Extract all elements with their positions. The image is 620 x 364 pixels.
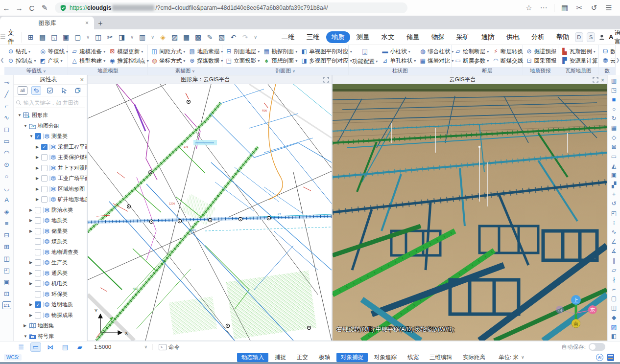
toggle-object-snap[interactable]: 对象捕捉 <box>336 353 368 362</box>
ribbon-item-coal-probe-data[interactable]: ⊛探煤数据▾ <box>187 57 224 65</box>
badge-d[interactable]: D <box>575 32 583 42</box>
ribbon-group-label[interactable]: 瓦斯地质图 <box>558 67 598 75</box>
export-icon[interactable]: ▢ <box>72 32 83 43</box>
tab-close-icon[interactable]: × <box>84 20 90 26</box>
toggle-polar[interactable]: 极轴 <box>314 353 334 362</box>
new-file-icon[interactable]: ⊞ <box>25 32 36 43</box>
layers-style-icon[interactable]: ◈ <box>158 32 168 43</box>
slope-point-icon[interactable]: ∡ <box>609 246 619 255</box>
folder-view-icon[interactable]: ▰ <box>74 342 85 352</box>
ribbon-item-draw-fault[interactable]: ▱绘制断层▾ <box>453 47 490 56</box>
eraser-icon[interactable]: ▨ <box>169 32 180 43</box>
point-tool-icon[interactable]: ⊸ <box>1 77 12 88</box>
arc-tool-icon[interactable]: ◠ <box>1 147 12 159</box>
panel-close-icon[interactable]: × <box>80 76 84 83</box>
ribbon-item-single-hole-column[interactable]: ⊿单孔柱状▾ <box>380 57 417 65</box>
tab-help[interactable]: 帮助 <box>551 31 575 43</box>
bend-icon[interactable]: ⌐ <box>609 284 619 294</box>
hatch-fill-icon[interactable]: ▨ <box>609 322 619 331</box>
checkbox[interactable] <box>35 280 41 287</box>
tree-item-reserves-class[interactable]: ▶储量类 <box>14 226 87 237</box>
checkbox[interactable] <box>35 238 41 245</box>
ribbon-group-label[interactable]: 柱状图 <box>349 67 451 75</box>
checkbox[interactable] <box>35 217 41 224</box>
checkbox-checked[interactable]: ✓ <box>41 144 48 150</box>
checkbox[interactable] <box>35 228 41 234</box>
checkbox-checked[interactable]: ✓ <box>35 301 41 308</box>
tab-ventilation[interactable]: 通防 <box>476 31 500 43</box>
show-all-button[interactable]: all <box>18 86 27 95</box>
tab-2d[interactable]: 二维 <box>276 31 300 43</box>
copy-icon[interactable]: ◨ <box>117 32 127 43</box>
circle-select-icon[interactable]: ○ <box>609 104 619 114</box>
undo-filter-icon[interactable] <box>31 86 41 95</box>
fullscreen-icon[interactable] <box>323 77 329 83</box>
checkbox[interactable] <box>35 259 41 266</box>
align-left-icon[interactable]: ≡ <box>1 218 12 229</box>
ribbon-item-attitude[interactable]: ◩产状▾ <box>38 57 70 65</box>
bookmark-star-icon[interactable]: ☆ <box>523 3 535 12</box>
zoom-extents-icon[interactable]: ⊡ <box>1 288 12 299</box>
checkbox[interactable] <box>35 207 41 213</box>
export-caret-icon[interactable]: ∨ <box>84 32 92 43</box>
cut-icon[interactable]: ✂ <box>105 32 116 43</box>
paste-icon[interactable]: ▥ <box>137 32 148 43</box>
vertical-move-icon[interactable]: ↕ <box>609 218 619 227</box>
checkbox[interactable] <box>35 312 41 318</box>
clipboard-form-icon[interactable]: ▥ <box>609 76 619 85</box>
tree-item-transparent-geology[interactable]: ▶✓透明地质 <box>14 299 87 310</box>
checkbox[interactable] <box>41 175 48 182</box>
more-options-icon[interactable]: ⋯ <box>537 3 550 12</box>
clip-note-icon[interactable]: ▢ <box>609 294 619 303</box>
undo-icon[interactable]: ↶ <box>228 32 239 43</box>
toggle-object-track[interactable]: 对象追踪 <box>370 353 401 362</box>
tree-item-mine-topo-geo[interactable]: ▶矿井地形地质图 <box>14 194 87 205</box>
toolbar-more-icon[interactable]: ∨ <box>252 32 260 43</box>
measure-icon[interactable]: ∥ <box>609 256 619 265</box>
ribbon-item-composite-column[interactable]: ◍综合柱状▾ <box>418 47 455 56</box>
ribbon-item-cloud-truncated[interactable]: ⛃云 <box>600 57 616 65</box>
ai-assistant-icon[interactable]: AI <box>596 354 603 361</box>
rotate-select-icon[interactable]: ↻ <box>609 114 619 123</box>
tree-item-surface-underground[interactable]: ▶井上下对照图 <box>14 163 87 174</box>
notes-icon[interactable] <box>607 354 614 361</box>
trim-icon[interactable]: ∤ <box>609 275 619 284</box>
ribbon-item-data-truncated[interactable]: ⛁数 <box>600 47 616 56</box>
ribbon-item-infer-control-point[interactable]: ◉推算控制点▾ <box>107 57 150 65</box>
reload-icon[interactable]: C <box>25 4 38 12</box>
align-distribute-icon[interactable]: ⊟ <box>1 229 12 241</box>
symbol-tool-icon[interactable]: ◈ <box>1 206 12 217</box>
spline-tool-icon[interactable]: ∿ <box>1 112 12 123</box>
zoom-1to1-icon[interactable]: 1:1 <box>2 301 11 309</box>
checkbox[interactable] <box>35 291 41 297</box>
image-swap-icon[interactable]: ◳ <box>609 85 619 94</box>
checkbox-checked[interactable]: ✓ <box>35 133 41 139</box>
tab-hydrology[interactable]: 水文 <box>376 31 400 43</box>
ribbon-item-fault-convert[interactable]: ⚡断层转换 <box>491 47 525 56</box>
checkbox[interactable] <box>41 165 48 171</box>
tab-analysis[interactable]: 分析 <box>526 31 550 43</box>
toggle-3d-edit[interactable]: 三维编辑 <box>425 353 456 362</box>
ribbon-item-drillhole[interactable]: ⊜钻孔▾ <box>6 47 38 56</box>
tree-item-map-group[interactable]: ▼地图分组 <box>14 121 87 132</box>
open-file-icon[interactable]: ◱ <box>49 32 60 43</box>
ribbon-group-label[interactable]: 地质预报 <box>523 67 558 75</box>
toggle-ortho[interactable]: 正交 <box>292 353 312 362</box>
save-icon[interactable]: ▣ <box>61 32 72 43</box>
ribbon-scroll-left-icon[interactable]: ❮ <box>0 45 4 75</box>
open-arc-tool-icon[interactable]: ◡ <box>1 182 12 194</box>
favorites-icon[interactable]: ✎ <box>38 3 51 12</box>
paste-caret-icon[interactable]: ∨ <box>149 32 157 43</box>
ribbon-group-label[interactable]: 素描图∨ <box>148 67 222 75</box>
document-view-icon[interactable]: ▤ <box>60 342 71 352</box>
copy-offset-icon[interactable]: ◰ <box>609 208 619 218</box>
map-3d-titlebar[interactable]: 云GIS平台 × <box>333 75 607 84</box>
ribbon-item-elevation-projection[interactable]: ◳立面投影▾ <box>224 57 261 65</box>
ellipse-tool-icon[interactable]: ○ <box>1 171 12 182</box>
apps-grid-icon[interactable]: ▦ <box>558 3 571 12</box>
grid-query-icon[interactable]: ▦ <box>609 123 619 133</box>
tree-item-ventilation-class[interactable]: ▶通风类 <box>14 268 87 279</box>
format-brush-icon[interactable]: ✎ <box>205 32 215 43</box>
browser-tab[interactable]: 图形库 × <box>0 17 94 29</box>
autosave-toggle[interactable] <box>589 343 605 351</box>
